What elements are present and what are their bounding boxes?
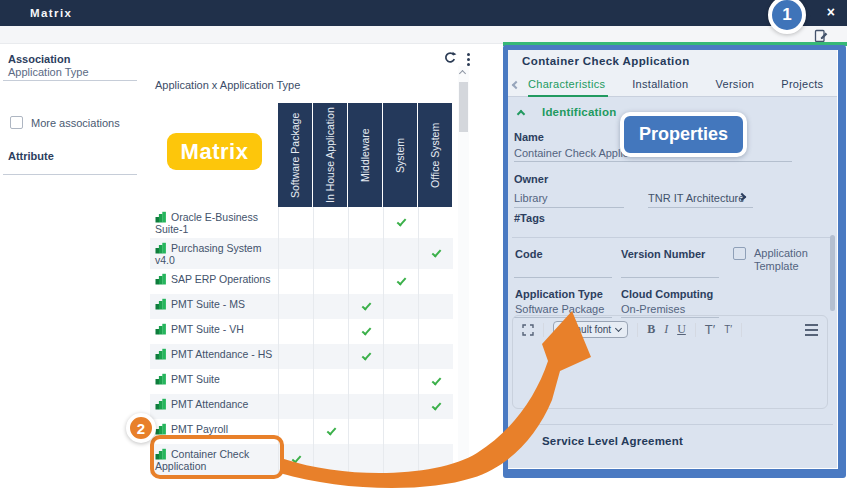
- underline-button[interactable]: U: [677, 322, 686, 337]
- matrix-cell[interactable]: [383, 319, 418, 344]
- bold-button[interactable]: B: [647, 322, 655, 337]
- matrix-cell[interactable]: [278, 319, 313, 344]
- matrix-cell[interactable]: [418, 394, 453, 419]
- matrix-cell[interactable]: [313, 394, 348, 419]
- matrix-row-label[interactable]: PMT Suite - VH: [150, 319, 278, 344]
- matrix-row-label[interactable]: Purchasing System v4.0: [150, 238, 278, 269]
- matrix-cell[interactable]: [348, 319, 383, 344]
- matrix-cell[interactable]: [313, 319, 348, 344]
- application-template-checkbox[interactable]: [733, 247, 746, 260]
- library-value[interactable]: TNR IT Architecture: [648, 192, 744, 204]
- fullscreen-icon[interactable]: [522, 324, 534, 336]
- matrix-cell[interactable]: [383, 238, 418, 269]
- panel-scrollbar-thumb[interactable]: [830, 235, 835, 311]
- expand-sla-icon[interactable]: [517, 437, 525, 445]
- code-field[interactable]: [514, 277, 612, 278]
- matrix-cell[interactable]: [313, 269, 348, 294]
- tab-installation[interactable]: Installation: [632, 73, 688, 97]
- matrix-cell[interactable]: [278, 394, 313, 419]
- matrix-cell[interactable]: [348, 238, 383, 269]
- matrix-scrollbar[interactable]: [458, 66, 469, 478]
- matrix-cell[interactable]: [383, 207, 418, 238]
- matrix-row-label[interactable]: SAP ERP Operations: [150, 269, 278, 294]
- association-select[interactable]: Application Type: [8, 66, 89, 78]
- matrix-cell[interactable]: [313, 444, 348, 475]
- matrix-cell[interactable]: [348, 394, 383, 419]
- matrix-cell[interactable]: [313, 419, 348, 444]
- matrix-cell[interactable]: [348, 294, 383, 319]
- attribute-select[interactable]: [3, 174, 137, 175]
- refresh-icon[interactable]: [442, 50, 458, 66]
- matrix-cell[interactable]: [383, 294, 418, 319]
- matrix-cell[interactable]: [348, 344, 383, 369]
- association-label: Association: [8, 53, 70, 65]
- version-number-field[interactable]: [621, 277, 719, 278]
- collapse-identification-icon[interactable]: [517, 110, 525, 118]
- matrix-cell[interactable]: [278, 344, 313, 369]
- matrix-cell[interactable]: [278, 419, 313, 444]
- matrix-cell[interactable]: [348, 269, 383, 294]
- library-underline: [514, 207, 624, 208]
- matrix-row-label[interactable]: PMT Suite - MS: [150, 294, 278, 319]
- editor-menu-icon[interactable]: [805, 324, 818, 336]
- italic-button[interactable]: I: [664, 322, 668, 337]
- matrix-cell[interactable]: [313, 344, 348, 369]
- matrix-cell[interactable]: [313, 238, 348, 269]
- matrix-cell[interactable]: [418, 207, 453, 238]
- matrix-cell[interactable]: [418, 319, 453, 344]
- application-type-value[interactable]: Software Package: [515, 303, 604, 315]
- owner-label: Owner: [514, 173, 548, 185]
- matrix-cell[interactable]: [418, 344, 453, 369]
- matrix-cell[interactable]: [418, 269, 453, 294]
- matrix-cell[interactable]: [348, 419, 383, 444]
- matrix-cell[interactable]: [383, 419, 418, 444]
- matrix-cell[interactable]: [418, 444, 453, 475]
- tab-version[interactable]: Version: [715, 73, 754, 97]
- matrix-cell[interactable]: [313, 207, 348, 238]
- matrix-row-label[interactable]: PMT Attendance - HS: [150, 344, 278, 369]
- matrix-cell[interactable]: [383, 444, 418, 475]
- matrix-cell[interactable]: [418, 369, 453, 394]
- matrix-cell[interactable]: [278, 238, 313, 269]
- cloud-computing-value[interactable]: On-Premises: [621, 303, 685, 315]
- matrix-cell[interactable]: [348, 369, 383, 394]
- matrix-cell[interactable]: [278, 269, 313, 294]
- matrix-row-label[interactable]: Container Check Application: [150, 444, 278, 475]
- matrix-row-label[interactable]: Oracle E-Business Suite-1: [150, 207, 278, 238]
- matrix-cell[interactable]: [383, 269, 418, 294]
- font-family-dropdown[interactable]: Default font: [553, 321, 628, 338]
- matrix-cell[interactable]: [348, 444, 383, 475]
- matrix-cell[interactable]: [313, 294, 348, 319]
- matrix-cell[interactable]: [313, 369, 348, 394]
- matrix-cell[interactable]: [348, 207, 383, 238]
- matrix-row-label[interactable]: PMT Attendance: [150, 394, 278, 419]
- comment-editor[interactable]: Default font B I U T′ T′: [512, 315, 828, 409]
- matrix-cell[interactable]: [278, 207, 313, 238]
- matrix-row-label[interactable]: PMT Payroll: [150, 419, 278, 444]
- scroll-down-icon[interactable]: [459, 467, 466, 474]
- matrix-column-headers: Software PackageIn House ApplicationMidd…: [278, 103, 453, 207]
- scroll-up-icon[interactable]: [459, 70, 466, 77]
- tab-projects[interactable]: Projects: [781, 73, 823, 97]
- matrix-cell[interactable]: [383, 369, 418, 394]
- kebab-menu-icon[interactable]: [463, 51, 473, 67]
- matrix-cell[interactable]: [418, 238, 453, 269]
- association-select-underline: [3, 80, 137, 81]
- matrix-cell[interactable]: [278, 294, 313, 319]
- font-size-decrease-button[interactable]: T′: [724, 324, 732, 335]
- tabs-scroll-left-icon[interactable]: [512, 81, 520, 89]
- matrix-cell[interactable]: [418, 294, 453, 319]
- matrix-cell[interactable]: [383, 394, 418, 419]
- close-icon[interactable]: ×: [823, 4, 839, 20]
- matrix-row-label[interactable]: PMT Suite: [150, 369, 278, 394]
- tab-characteristics[interactable]: Characteristics: [528, 73, 605, 97]
- edit-note-icon[interactable]: [814, 28, 829, 43]
- matrix-cell[interactable]: [418, 419, 453, 444]
- matrix-cell[interactable]: [278, 444, 313, 475]
- name-underline: [514, 161, 792, 162]
- matrix-cell[interactable]: [278, 369, 313, 394]
- matrix-cell[interactable]: [383, 344, 418, 369]
- more-associations-checkbox[interactable]: [10, 116, 23, 129]
- font-size-increase-button[interactable]: T′: [705, 322, 715, 337]
- scrollbar-thumb[interactable]: [459, 82, 468, 132]
